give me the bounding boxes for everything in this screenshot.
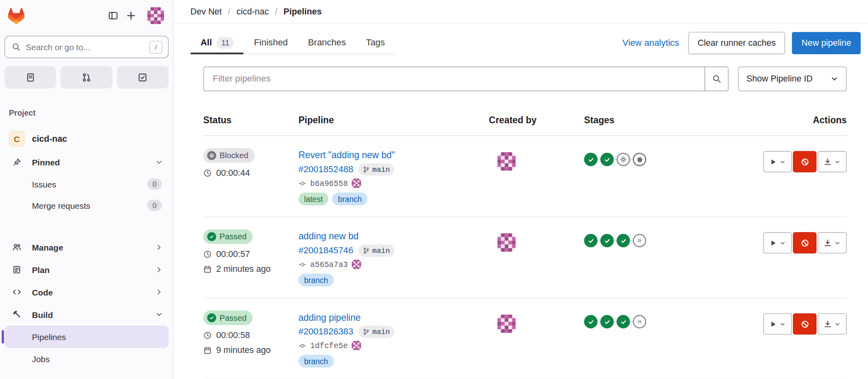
commit-author-avatar[interactable] xyxy=(352,260,361,269)
breadcrumb-project[interactable]: cicd-nac xyxy=(237,6,269,16)
sidebar-item-manage[interactable]: Manage xyxy=(4,236,168,259)
side-panel-icon xyxy=(108,10,118,20)
stages-cell xyxy=(584,229,724,286)
pipeline-status-badge[interactable]: Passed xyxy=(203,229,253,244)
document-icon xyxy=(26,72,35,82)
clear-runner-caches-button[interactable]: Clear runner caches xyxy=(688,32,785,54)
user-avatar[interactable] xyxy=(147,7,164,24)
current-project-item[interactable]: C cicd-nac xyxy=(4,126,168,151)
filter-pipelines-input[interactable] xyxy=(203,67,705,91)
stage-connector xyxy=(630,240,633,241)
cancel-icon xyxy=(800,157,809,166)
download-artifacts-button[interactable] xyxy=(818,313,847,334)
stage-icon-passed[interactable] xyxy=(600,234,614,247)
stage-icon-passed[interactable] xyxy=(616,315,630,328)
status-cell: Passed 00:00:58 9 minutes ago xyxy=(203,310,299,367)
issues-shortcut-button[interactable] xyxy=(4,66,56,88)
pipeline-title-link[interactable]: adding pipeline xyxy=(299,310,361,324)
stage-connector xyxy=(630,321,633,322)
stage-icon-passed[interactable] xyxy=(600,315,614,328)
stage-icon-passed[interactable] xyxy=(616,234,630,247)
pipeline-id-link[interactable]: #2001852488 xyxy=(299,165,353,175)
gitlab-logo[interactable] xyxy=(8,8,25,24)
run-manual-jobs-button[interactable] xyxy=(763,313,792,334)
created-by-cell xyxy=(489,310,584,367)
breadcrumb: Dev Net / cicd-nac / Pipelines xyxy=(190,6,322,16)
pipeline-title-link[interactable]: Revert "adding new bd" xyxy=(299,148,395,161)
tab-finished[interactable]: Finished xyxy=(244,32,298,54)
sidebar-item-issues[interactable]: Issues 0 xyxy=(4,173,168,195)
clock-icon xyxy=(203,331,212,339)
stage-icon-skipped[interactable] xyxy=(633,315,646,328)
branch-chip[interactable]: main xyxy=(358,326,394,338)
created-by-avatar[interactable] xyxy=(497,152,516,171)
cancel-pipeline-button[interactable] xyxy=(793,151,817,172)
create-new-button[interactable] xyxy=(122,7,140,25)
new-pipeline-button[interactable]: New pipeline xyxy=(792,32,861,54)
created-by-avatar[interactable] xyxy=(497,233,516,252)
pipeline-label-latest[interactable]: latest xyxy=(299,192,329,205)
issues-count-badge: 0 xyxy=(147,179,162,190)
stage-icon-skipped[interactable] xyxy=(633,234,646,247)
commit-icon xyxy=(299,261,307,269)
sidebar-item-plan[interactable]: Plan xyxy=(4,259,168,281)
show-pipeline-id-dropdown[interactable]: Show Pipeline ID xyxy=(738,67,847,91)
sidebar-toggle-button[interactable] xyxy=(104,7,122,25)
created-by-avatar[interactable] xyxy=(497,314,516,333)
commit-sha-link[interactable]: 1dfcfe5e xyxy=(310,341,348,350)
sidebar-item-jobs[interactable]: Jobs xyxy=(4,348,168,369)
pipeline-label-branch[interactable]: branch xyxy=(299,355,334,368)
pipeline-id-link[interactable]: #2001826383 xyxy=(299,327,353,337)
stage-icon-passed[interactable] xyxy=(584,315,597,328)
filter-box xyxy=(203,67,729,91)
clock-icon xyxy=(203,169,212,177)
run-manual-jobs-button[interactable] xyxy=(763,232,792,253)
download-artifacts-button[interactable] xyxy=(818,151,847,172)
chevron-down-icon xyxy=(780,321,786,327)
todos-shortcut-button[interactable] xyxy=(117,66,169,88)
all-count-badge: 11 xyxy=(217,37,234,49)
search-input[interactable]: Search or go to... / xyxy=(4,36,168,58)
pipeline-label-branch[interactable]: branch xyxy=(332,192,368,205)
cancel-pipeline-button[interactable] xyxy=(793,232,817,253)
pipeline-status-badge[interactable]: Blocked xyxy=(203,148,255,163)
pipeline-row: Blocked 00:00:44 Revert "adding new bd" … xyxy=(203,136,847,217)
pipeline-title-link[interactable]: adding new bd xyxy=(299,229,359,242)
status-blocked-icon xyxy=(207,151,216,160)
merge-requests-count-badge: 0 xyxy=(147,200,162,211)
sidebar-group-pinned[interactable]: Pinned xyxy=(4,151,168,173)
breadcrumb-group[interactable]: Dev Net xyxy=(190,6,222,16)
download-artifacts-button[interactable] xyxy=(818,232,847,253)
pipeline-duration: 00:00:58 xyxy=(203,330,299,340)
sidebar-item-merge-requests[interactable]: Merge requests 0 xyxy=(4,195,168,216)
filter-search-button[interactable] xyxy=(704,67,729,91)
stage-icon-created[interactable] xyxy=(633,153,646,166)
stage-icon-passed[interactable] xyxy=(584,153,597,166)
tab-branches[interactable]: Branches xyxy=(298,32,356,54)
commit-sha-link[interactable]: a565a7a3 xyxy=(310,260,348,269)
commit-author-avatar[interactable] xyxy=(352,341,361,350)
tab-tags[interactable]: Tags xyxy=(356,32,395,54)
sidebar-item-build[interactable]: Build xyxy=(4,303,168,326)
stage-connector xyxy=(614,159,616,160)
pipeline-label-branch[interactable]: branch xyxy=(299,273,334,286)
merge-requests-shortcut-button[interactable] xyxy=(61,66,113,88)
stage-icon-manual[interactable] xyxy=(616,153,630,166)
commit-author-avatar[interactable] xyxy=(352,179,361,188)
run-manual-jobs-button[interactable] xyxy=(763,151,792,172)
status-passed-icon xyxy=(207,232,216,241)
view-analytics-link[interactable]: View analytics xyxy=(622,38,679,48)
cancel-pipeline-button[interactable] xyxy=(793,313,817,334)
pipeline-id-link[interactable]: #2001845746 xyxy=(299,246,353,256)
branch-chip[interactable]: main xyxy=(358,245,394,257)
tab-all[interactable]: All 11 xyxy=(190,32,244,54)
check-square-icon xyxy=(138,72,147,82)
commit-sha-link[interactable]: b6a96558 xyxy=(310,179,348,187)
project-avatar: C xyxy=(9,131,25,147)
branch-chip[interactable]: main xyxy=(358,163,394,176)
stage-icon-passed[interactable] xyxy=(584,234,597,247)
stage-icon-passed[interactable] xyxy=(600,153,614,166)
sidebar-item-code[interactable]: Code xyxy=(4,281,168,304)
pipeline-status-badge[interactable]: Passed xyxy=(203,310,253,325)
sidebar-item-pipelines[interactable]: Pipelines xyxy=(4,326,168,348)
